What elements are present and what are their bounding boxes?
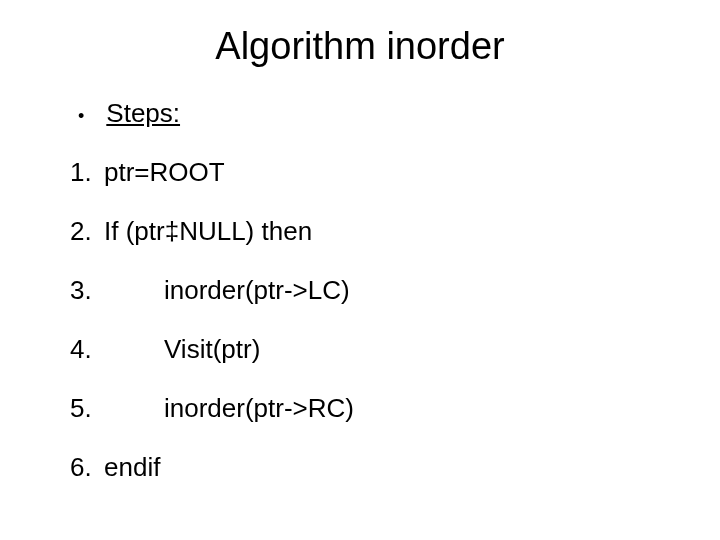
step-item: 3. inorder(ptr->LC)	[70, 275, 650, 306]
step-item: 1. ptr=ROOT	[70, 157, 650, 188]
step-item: 4. Visit(ptr)	[70, 334, 650, 365]
step-item: 5. inorder(ptr->RC)	[70, 393, 650, 424]
steps-heading: • Steps:	[70, 98, 650, 129]
step-text: inorder(ptr->LC)	[164, 275, 350, 306]
step-number: 5.	[70, 393, 104, 424]
step-number: 2.	[70, 216, 104, 247]
step-text: inorder(ptr->RC)	[164, 393, 354, 424]
step-item: 6. endif	[70, 452, 650, 483]
step-item: 2. If (ptr‡NULL) then	[70, 216, 650, 247]
step-number: 4.	[70, 334, 104, 365]
step-number: 1.	[70, 157, 104, 188]
step-number: 6.	[70, 452, 104, 483]
step-text: If (ptr‡NULL) then	[104, 216, 312, 247]
slide-title: Algorithm inorder	[70, 25, 650, 68]
step-text: endif	[104, 452, 160, 483]
step-number: 3.	[70, 275, 104, 306]
step-text: ptr=ROOT	[104, 157, 225, 188]
step-text: Visit(ptr)	[164, 334, 260, 365]
bullet-icon: •	[78, 106, 84, 127]
steps-label: Steps:	[106, 98, 180, 129]
